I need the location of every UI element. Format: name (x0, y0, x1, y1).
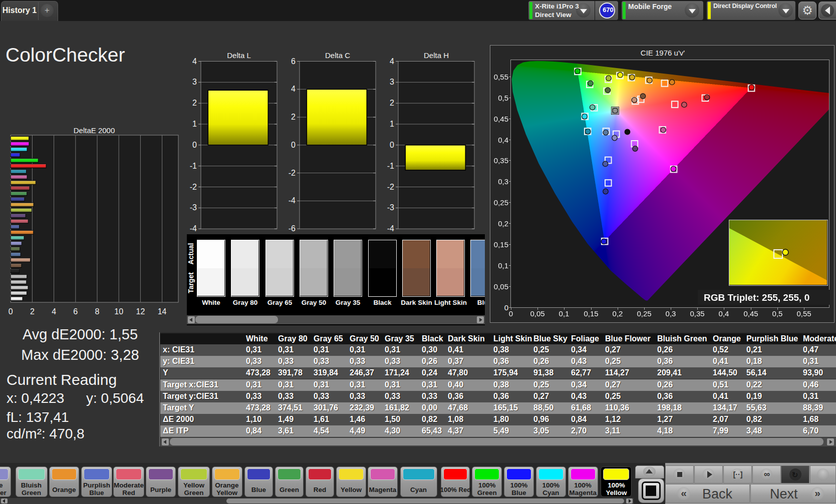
svg-text:DeltaE 2000: DeltaE 2000 (74, 126, 115, 135)
svg-text:0: 0 (192, 141, 197, 149)
svg-text:-4: -4 (387, 224, 394, 233)
svg-text:8: 8 (95, 307, 100, 316)
svg-text:1: 1 (192, 120, 197, 128)
svg-text:12: 12 (136, 307, 145, 316)
svg-text:-2: -2 (288, 169, 295, 177)
svg-text:-6: -6 (288, 224, 295, 233)
svg-text:Delta H: Delta H (424, 51, 449, 60)
svg-text:4: 4 (52, 307, 56, 316)
svg-text:2: 2 (390, 99, 394, 107)
svg-text:0: 0 (390, 141, 394, 149)
svg-text:-3: -3 (190, 203, 197, 212)
svg-text:2: 2 (30, 307, 35, 316)
svg-text:14: 14 (158, 307, 167, 316)
svg-text:-2: -2 (387, 183, 394, 191)
svg-text:4: 4 (291, 85, 296, 93)
svg-text:0: 0 (291, 141, 296, 149)
svg-text:-2: -2 (190, 183, 197, 191)
svg-text:Delta C: Delta C (325, 51, 350, 60)
svg-text:-1: -1 (387, 162, 394, 170)
svg-text:4: 4 (390, 57, 394, 66)
svg-text:2: 2 (192, 99, 197, 107)
svg-text:-4: -4 (190, 224, 197, 233)
svg-text:-3: -3 (387, 203, 394, 212)
svg-text:6: 6 (73, 307, 78, 316)
svg-text:3: 3 (192, 78, 197, 86)
svg-text:1: 1 (390, 120, 394, 128)
svg-text:4: 4 (192, 57, 197, 66)
svg-text:10: 10 (114, 307, 123, 316)
svg-text:2: 2 (291, 113, 296, 121)
svg-text:-1: -1 (190, 162, 197, 170)
svg-text:0: 0 (9, 307, 13, 316)
svg-text:-4: -4 (288, 196, 295, 205)
svg-text:6: 6 (291, 57, 296, 66)
svg-text:3: 3 (390, 78, 394, 86)
svg-text:Delta L: Delta L (227, 51, 251, 60)
